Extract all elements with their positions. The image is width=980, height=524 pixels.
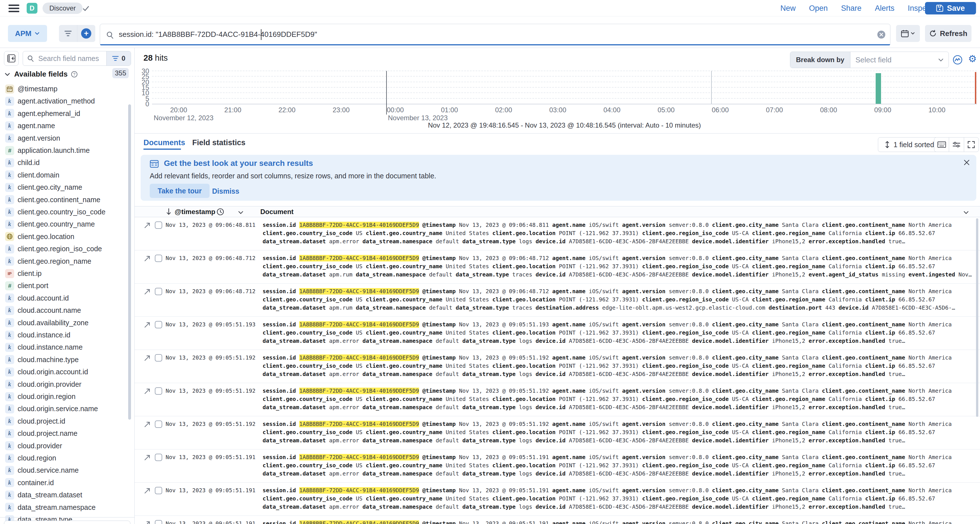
document-table: Nov 13, 2023 @ 09:06:48.811session.id 1A… — [0, 0, 980, 524]
row-timestamp: Nov 13, 2023 @ 09:06:48.811 — [165, 221, 256, 229]
row-document[interactable]: session.id 1A8B8BBF-72DD-4ACC-91B4-40169… — [262, 387, 974, 411]
expand-row-icon[interactable] — [143, 321, 151, 329]
row-checkbox[interactable] — [155, 520, 162, 524]
row-separator — [135, 482, 980, 483]
row-separator — [135, 449, 980, 449]
discover-app: D Discover New Open Share Alerts Inspect… — [0, 0, 980, 524]
expand-row-icon[interactable] — [143, 487, 151, 495]
row-separator — [135, 416, 980, 416]
row-checkbox[interactable] — [155, 420, 162, 428]
row-checkbox[interactable] — [155, 387, 162, 395]
row-timestamp: Nov 13, 2023 @ 09:05:51.191 — [165, 486, 256, 495]
row-checkbox[interactable] — [155, 255, 162, 262]
row-separator — [135, 283, 980, 284]
row-timestamp: Nov 13, 2023 @ 09:05:51.192 — [165, 420, 256, 428]
row-checkbox[interactable] — [155, 454, 162, 461]
expand-row-icon[interactable] — [143, 354, 151, 362]
row-checkbox[interactable] — [155, 487, 162, 494]
row-separator — [135, 250, 980, 250]
row-document[interactable]: session.id 1A8B8BBF-72DD-4ACC-91B4-40169… — [262, 420, 974, 444]
expand-row-icon[interactable] — [143, 421, 151, 428]
row-timestamp: Nov 13, 2023 @ 09:05:51.191 — [165, 519, 256, 524]
row-document[interactable]: session.id 1A8B8BBF-72DD-4ACC-91B4-40169… — [262, 320, 974, 345]
row-document[interactable]: session.id 1A8B8BBF-72DD-4ACC-91B4-40169… — [262, 287, 974, 312]
expand-row-icon[interactable] — [143, 288, 151, 295]
expand-row-icon[interactable] — [143, 255, 151, 262]
expand-row-icon[interactable] — [143, 454, 151, 461]
table-scrollbar[interactable] — [976, 218, 978, 417]
row-checkbox[interactable] — [155, 288, 162, 295]
row-document[interactable]: session.id 1A8B8BBF-72DD-4ACC-91B4-40169… — [262, 486, 974, 511]
row-timestamp: Nov 13, 2023 @ 09:06:48.712 — [165, 254, 256, 262]
row-timestamp: Nov 13, 2023 @ 09:05:51.193 — [165, 320, 256, 329]
row-separator — [135, 383, 980, 383]
row-document[interactable]: session.id 1A8B8BBF-72DD-4ACC-91B4-40169… — [262, 453, 974, 478]
row-document[interactable]: session.id 1A8B8BBF-72DD-4ACC-91B4-40169… — [262, 221, 974, 245]
row-checkbox[interactable] — [155, 354, 162, 362]
row-timestamp: Nov 13, 2023 @ 09:06:48.712 — [165, 287, 256, 295]
row-document[interactable]: session.id 1A8B8BBF-72DD-4ACC-91B4-40169… — [262, 354, 974, 378]
expand-row-icon[interactable] — [143, 520, 151, 524]
row-document[interactable]: session.id 1A8B8BBF-72DD-4ACC-91B4-40169… — [262, 254, 974, 279]
row-document[interactable]: session.id 1A8B8BBF-72DD-4ACC-91B4-40169… — [262, 519, 974, 524]
row-timestamp: Nov 13, 2023 @ 09:05:51.192 — [165, 387, 256, 395]
expand-row-icon[interactable] — [143, 222, 151, 229]
row-timestamp: Nov 13, 2023 @ 09:05:51.192 — [165, 354, 256, 362]
row-checkbox[interactable] — [155, 321, 162, 328]
row-timestamp: Nov 13, 2023 @ 09:05:51.191 — [165, 453, 256, 461]
expand-row-icon[interactable] — [143, 388, 151, 395]
row-checkbox[interactable] — [155, 221, 162, 229]
